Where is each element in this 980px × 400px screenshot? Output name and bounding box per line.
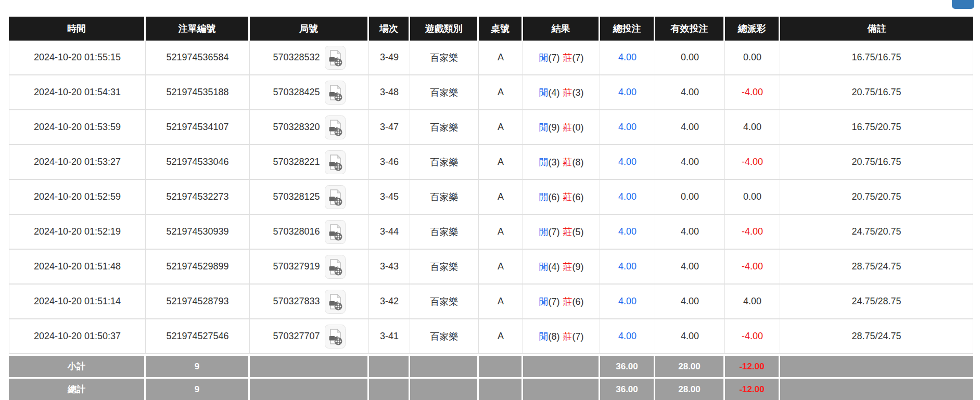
cell-time: 2024-10-20 01:54:31 xyxy=(9,75,146,110)
player-score: (7) xyxy=(549,227,560,237)
cell-result: 閒(4)莊(9) xyxy=(523,250,600,285)
cell-game-type: 百家樂 xyxy=(410,41,479,75)
round-number: 570328320 xyxy=(273,122,320,132)
cell-time: 2024-10-20 01:51:14 xyxy=(9,285,146,319)
banker-score: (8) xyxy=(572,157,584,167)
cell-total-bet: 4.00 xyxy=(600,319,655,354)
cell-result: 閒(4)莊(3) xyxy=(523,75,600,110)
grand-total-payout: -12.00 xyxy=(725,377,780,400)
column-header-2: 局號 xyxy=(250,17,369,41)
subtotal-label: 小計 xyxy=(9,354,146,377)
subtotal-game-empty xyxy=(410,354,479,377)
subtotal-session-empty xyxy=(369,354,410,377)
cell-bet-id: 521974528793 xyxy=(146,285,250,319)
cell-table-no: A xyxy=(479,41,523,75)
cell-session: 3-49 xyxy=(369,41,410,75)
subtotal-valid-bet: 28.00 xyxy=(655,354,725,377)
video-replay-icon[interactable] xyxy=(325,81,346,105)
cell-total-bet: 4.00 xyxy=(600,145,655,180)
total-bet-link[interactable]: 4.00 xyxy=(618,122,637,132)
video-replay-icon[interactable] xyxy=(325,46,346,70)
cell-valid-bet: 4.00 xyxy=(655,215,725,250)
banker-label: 莊 xyxy=(563,227,572,237)
grand-total-valid-bet: 28.00 xyxy=(655,377,725,400)
video-replay-icon[interactable] xyxy=(325,325,346,349)
player-label: 閒 xyxy=(539,122,549,133)
total-bet-link[interactable]: 4.00 xyxy=(618,87,637,97)
cell-remark: 20.75/16.75 xyxy=(780,145,973,180)
cell-session: 3-41 xyxy=(369,319,410,354)
subtotal-result-empty xyxy=(523,354,600,377)
total-bet-link[interactable]: 4.00 xyxy=(618,226,637,237)
cell-bet-id: 521974534107 xyxy=(146,110,250,145)
cell-payout: 0.00 xyxy=(725,41,780,75)
column-header-5: 桌號 xyxy=(479,17,523,41)
banker-score: (5) xyxy=(572,227,584,237)
cell-round: 570328125 xyxy=(250,180,369,215)
cell-time: 2024-10-20 01:55:15 xyxy=(9,41,146,75)
column-header-7: 總投注 xyxy=(600,17,655,41)
cell-result: 閒(7)莊(6) xyxy=(523,285,600,319)
total-bet-link[interactable]: 4.00 xyxy=(618,296,637,306)
cell-remark: 20.75/20.75 xyxy=(780,180,973,215)
cell-game-type: 百家樂 xyxy=(410,319,479,354)
player-score: (9) xyxy=(549,122,560,133)
cell-bet-id: 521974533046 xyxy=(146,145,250,180)
grand-total-game-empty xyxy=(410,377,479,400)
cell-table-no: A xyxy=(479,145,523,180)
cell-time: 2024-10-20 01:51:48 xyxy=(9,250,146,285)
table-row: 2024-10-20 01:50:37 521974527546 5703277… xyxy=(9,319,973,354)
player-label: 閒 xyxy=(539,192,549,202)
column-header-3: 場次 xyxy=(369,17,410,41)
cell-game-type: 百家樂 xyxy=(410,75,479,110)
cell-result: 閒(9)莊(0) xyxy=(523,110,600,145)
player-score: (4) xyxy=(549,87,560,98)
cell-remark: 24.75/28.75 xyxy=(780,285,973,319)
banker-label: 莊 xyxy=(563,331,572,342)
cell-table-no: A xyxy=(479,75,523,110)
total-bet-link[interactable]: 4.00 xyxy=(618,261,637,272)
banker-score: (6) xyxy=(572,296,584,307)
video-replay-icon[interactable] xyxy=(325,185,346,209)
cell-session: 3-42 xyxy=(369,285,410,319)
cell-table-no: A xyxy=(479,285,523,319)
cell-table-no: A xyxy=(479,180,523,215)
video-replay-icon[interactable] xyxy=(325,150,346,174)
cell-remark: 16.75/20.75 xyxy=(780,110,973,145)
banker-score: (6) xyxy=(572,192,584,202)
total-bet-link[interactable]: 4.00 xyxy=(618,157,637,167)
cell-remark: 28.75/24.75 xyxy=(780,319,973,354)
cell-time: 2024-10-20 01:52:19 xyxy=(9,215,146,250)
cell-game-type: 百家樂 xyxy=(410,145,479,180)
cell-bet-id: 521974536584 xyxy=(146,41,250,75)
player-label: 閒 xyxy=(539,296,549,307)
cell-table-no: A xyxy=(479,110,523,145)
banker-label: 莊 xyxy=(563,262,572,272)
video-replay-icon[interactable] xyxy=(325,220,346,244)
cell-round: 570327707 xyxy=(250,319,369,354)
total-bet-link[interactable]: 4.00 xyxy=(618,191,637,202)
grand-total-round-empty xyxy=(250,377,369,400)
back-to-top-button[interactable] xyxy=(952,0,974,9)
cell-session: 3-47 xyxy=(369,110,410,145)
grand-total-table-empty xyxy=(479,377,523,400)
player-score: (7) xyxy=(549,53,560,63)
player-score: (3) xyxy=(549,157,560,167)
table-row: 2024-10-20 01:53:59 521974534107 5703283… xyxy=(9,110,973,145)
total-bet-link[interactable]: 4.00 xyxy=(618,52,637,62)
cell-valid-bet: 0.00 xyxy=(655,41,725,75)
cell-bet-id: 521974532273 xyxy=(146,180,250,215)
cell-total-bet: 4.00 xyxy=(600,41,655,75)
video-replay-icon[interactable] xyxy=(325,115,346,139)
column-header-4: 遊戲類別 xyxy=(410,17,479,41)
video-replay-icon[interactable] xyxy=(325,255,346,279)
round-number: 570327833 xyxy=(273,296,320,306)
cell-payout: -4.00 xyxy=(725,319,780,354)
cell-round: 570327919 xyxy=(250,250,369,285)
grand-total-result-empty xyxy=(523,377,600,400)
total-bet-link[interactable]: 4.00 xyxy=(618,331,637,341)
video-replay-icon[interactable] xyxy=(325,290,346,314)
round-number: 570328532 xyxy=(273,52,320,62)
subtotal-table-empty xyxy=(479,354,523,377)
subtotal-round-empty xyxy=(250,354,369,377)
